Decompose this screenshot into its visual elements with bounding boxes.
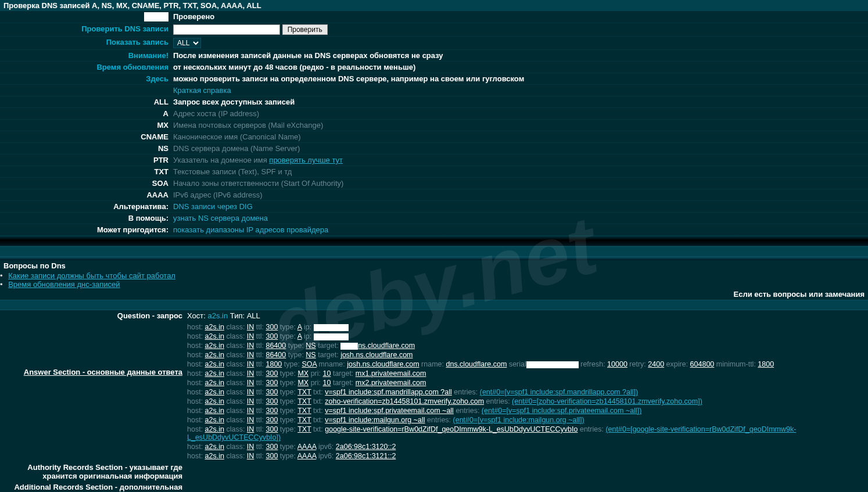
mx-label: MX: [0, 120, 171, 131]
alt-link[interactable]: DNS записи через DIG: [173, 202, 253, 211]
row-check-dns: Проверить DNS записи Проверить: [0, 23, 868, 37]
all-text: Запрос всех доступных записей: [171, 96, 868, 107]
question-row: Question - запрос Хост: a2s.in Тип: ALL: [0, 310, 868, 321]
brief-link[interactable]: Краткая справка: [173, 86, 231, 95]
warning-text: После изменения записей данные на DNS се…: [171, 50, 868, 61]
additional-section: Additional Records Section - дополнитель…: [0, 482, 868, 492]
aaaa-text: IPv6 адрес (IPv6 address): [171, 189, 868, 200]
help-link[interactable]: узнать NS сервера домена: [173, 214, 268, 222]
alt-label: Альтернатива:: [0, 201, 171, 212]
useful-link[interactable]: показать диапазоны IP адресов провайдера: [173, 225, 328, 234]
question-link-1[interactable]: Какие записи должны быть чтобы сайт рабо…: [5, 271, 175, 280]
record-type-select[interactable]: ALL: [173, 38, 201, 48]
soa-text: Начало зоны ответственности (Start Of Au…: [171, 178, 868, 189]
dns-record: host: a2s.in class: IN ttl: 300 type: A …: [187, 322, 866, 332]
check-button[interactable]: Проверить: [282, 24, 328, 35]
ns-text: DNS сервера домена (Name Server): [171, 143, 868, 154]
check-dns-label: Проверить DNS записи: [0, 23, 171, 36]
input-redact: [0, 11, 171, 23]
txt-text: Текстовые записи (Text), SPF и тд: [171, 166, 868, 177]
ptr-link[interactable]: проверять лучше тут: [269, 156, 343, 164]
updtime-text: от нескольких минут до 48 часов (редко -…: [171, 62, 868, 73]
help-label: В помощь:: [0, 213, 171, 224]
warning-label: Внимание!: [0, 50, 171, 61]
dns-record: host: a2s.in class: IN ttl: 300 type: TX…: [187, 406, 866, 415]
cname-label: CNAME: [0, 131, 171, 142]
all-label: ALL: [0, 96, 171, 107]
page-title: Проверка DNS записей A, NS, MX, CNAME, P…: [0, 0, 868, 11]
ns-label: NS: [0, 143, 171, 154]
authority-section: Authority Records Section - указывает гд…: [0, 462, 868, 482]
dns-record: host: a2s.in class: IN ttl: 300 type: TX…: [187, 415, 866, 425]
answer-section-label[interactable]: Answer Section - основные данные ответа: [24, 368, 182, 376]
show-record-label: Показать запись: [0, 37, 171, 49]
soa-label: SOA: [0, 178, 171, 189]
dns-record: host: a2s.in class: IN ttl: 300 type: AA…: [187, 451, 866, 461]
row-checked: Проверено: [0, 11, 868, 23]
here-label: Здесь: [0, 73, 171, 84]
ptr-label: PTR: [0, 155, 171, 166]
question-type: ALL: [247, 311, 260, 320]
a-text: Адрес хоста (IP address): [171, 108, 868, 119]
mx-text: Имена почтовых серверов (Mail eXchange): [171, 120, 868, 131]
divider: [0, 236, 868, 246]
a-label: A: [0, 108, 171, 119]
questions-section: Вопросы по Dns • Какие записи должны быт…: [0, 260, 868, 289]
txt-label: TXT: [0, 166, 171, 177]
answer-section: Answer Section - основные данные ответа …: [0, 321, 868, 462]
question-host: a2s.in: [207, 311, 228, 320]
dns-record: host: a2s.in class: IN ttl: 300 type: A …: [187, 332, 866, 341]
footnote: Если есть вопросы или замечания: [0, 289, 868, 300]
ptr-text: Указатель на доменое имя: [173, 156, 267, 164]
dns-record: host: a2s.in class: IN ttl: 300 type: MX…: [187, 378, 866, 387]
section-divider-2: [0, 300, 868, 310]
aaaa-label: AAAA: [0, 189, 171, 200]
cname-text: Каноническое имя (Canonical Name): [171, 131, 868, 142]
useful-label: Может пригодится:: [0, 224, 171, 235]
here-text: можно проверить записи на определенном D…: [171, 73, 868, 84]
dns-record: host: a2s.in class: IN ttl: 1800 type: S…: [187, 360, 866, 369]
updtime-label: Время обновления: [0, 62, 171, 73]
dns-record: host: a2s.in class: IN ttl: 300 type: TX…: [187, 397, 866, 406]
domain-input[interactable]: [173, 24, 280, 35]
row-show-record: Показать запись ALL: [0, 37, 868, 50]
dns-record: host: a2s.in class: IN ttl: 300 type: MX…: [187, 369, 866, 378]
section-divider: [0, 246, 868, 257]
dns-record: host: a2s.in class: IN ttl: 300 type: TX…: [187, 425, 866, 442]
dns-record: host: a2s.in class: IN ttl: 86400 type: …: [187, 350, 866, 360]
questions-title: Вопросы по Dns: [0, 260, 868, 271]
dns-record: host: a2s.in class: IN ttl: 86400 type: …: [187, 341, 866, 350]
dns-record: host: a2s.in class: IN ttl: 300 type: TX…: [187, 387, 866, 397]
dns-record: host: a2s.in class: IN ttl: 300 type: AA…: [187, 442, 866, 451]
question-link-2[interactable]: Время обновления днс-записей: [5, 280, 120, 289]
